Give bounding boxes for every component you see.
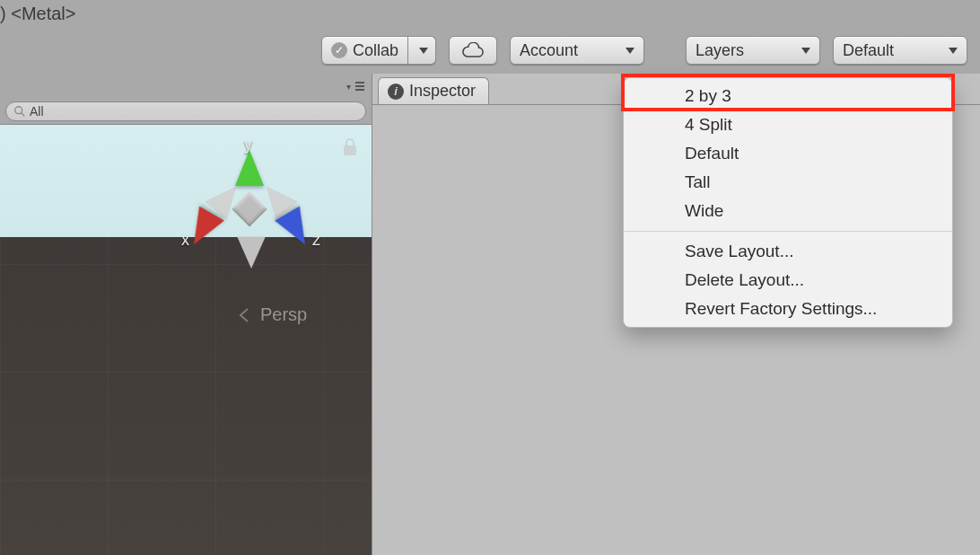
chevron-down-icon (801, 48, 810, 54)
search-icon (13, 105, 26, 118)
collab-label: Collab (353, 41, 398, 60)
search-input[interactable]: All (5, 101, 366, 121)
layout-menu-item-default[interactable]: Default (624, 139, 952, 168)
svg-line-1 (22, 113, 25, 117)
layout-menu-revert[interactable]: Revert Factory Settings... (624, 295, 952, 323)
panel-menu-icon[interactable] (355, 82, 364, 91)
layout-menu: 2 by 3 4 Split Default Tall Wide Save La… (623, 77, 953, 328)
svg-point-0 (15, 107, 22, 114)
layout-menu-item-2by3[interactable]: 2 by 3 (624, 82, 952, 110)
layout-dropdown[interactable]: Default (833, 36, 967, 65)
search-row: All (0, 99, 372, 124)
layers-dropdown[interactable]: Layers (686, 36, 820, 65)
layout-label: Default (843, 41, 894, 60)
panel-options-bar: ▾ (0, 74, 372, 99)
layout-menu-item-4split[interactable]: 4 Split (624, 110, 952, 139)
orientation-gizmo[interactable]: y x z (158, 132, 337, 285)
check-circle-icon: ✓ (331, 42, 347, 58)
collab-button-group: ✓ Collab (321, 36, 436, 65)
projection-toggle[interactable]: Persp (237, 304, 307, 325)
layers-label: Layers (696, 41, 744, 60)
cloud-button[interactable] (449, 36, 497, 65)
collab-button[interactable]: ✓ Collab (321, 36, 408, 65)
account-dropdown[interactable]: Account (510, 36, 644, 65)
axis-label-y: y (244, 136, 252, 154)
inspector-tab-label: Inspector (409, 82, 476, 101)
axis-label-z: z (312, 231, 320, 250)
chevron-down-icon (949, 48, 958, 54)
window-titlebar: ) <Metal> (0, 0, 980, 27)
info-icon: i (388, 84, 404, 100)
projection-label: Persp (260, 304, 307, 325)
scene-panel: ▾ All y x z (0, 74, 372, 555)
panel-options-icon[interactable]: ▾ (346, 82, 352, 92)
window-title: ) <Metal> (0, 4, 75, 24)
collab-dropdown-toggle[interactable] (408, 36, 436, 65)
layout-menu-save[interactable]: Save Layout... (624, 237, 952, 266)
chevron-left-icon (237, 307, 253, 323)
tab-inspector[interactable]: i Inspector (378, 77, 489, 104)
scene-viewport[interactable]: y x z Persp (0, 124, 372, 555)
layout-menu-item-tall[interactable]: Tall (624, 168, 952, 197)
lock-icon[interactable] (341, 137, 359, 161)
search-placeholder: All (30, 104, 44, 119)
gizmo-cone-y[interactable] (235, 150, 264, 186)
layout-menu-delete[interactable]: Delete Layout... (624, 266, 952, 295)
gizmo-cone-back (237, 236, 266, 269)
cloud-icon (461, 42, 485, 58)
chevron-down-icon (626, 48, 634, 54)
svg-rect-2 (344, 145, 356, 155)
layout-menu-item-wide[interactable]: Wide (624, 197, 952, 225)
axis-label-x: x (181, 231, 189, 250)
menu-separator (624, 231, 952, 232)
chevron-down-icon (419, 48, 428, 54)
top-toolbar: ✓ Collab Account Layers Default (0, 27, 980, 74)
account-label: Account (520, 41, 578, 60)
